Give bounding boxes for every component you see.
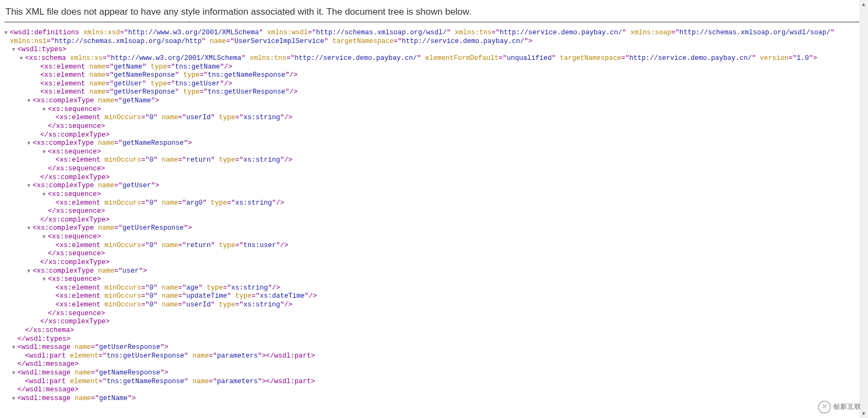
vertical-scrollbar[interactable]: ▲ ▼: [859, 0, 868, 408]
xml-tree: ▼<wsdl:definitions xmlns:xsd="http://www…: [4, 29, 864, 403]
part-getNameResponse[interactable]: <wsdl:part element="tns:getNameResponse"…: [4, 378, 864, 386]
complextype-getName-open[interactable]: ▼<xs:complexType name="getName">: [4, 97, 864, 106]
message-close: </wsdl:message>: [4, 360, 864, 369]
chevron-down-icon[interactable]: ▼: [12, 47, 17, 54]
watermark-icon: ✕: [818, 401, 831, 408]
chevron-down-icon[interactable]: ▼: [20, 56, 25, 63]
sequence-close: </xs:sequence>: [4, 250, 864, 259]
chevron-down-icon[interactable]: ▼: [12, 396, 17, 403]
element-getUserResponse[interactable]: <xs:element name="getUserResponse" type=…: [4, 88, 864, 97]
chevron-down-icon[interactable]: ▼: [42, 276, 48, 284]
sequence-open[interactable]: ▼<xs:sequence>: [4, 190, 864, 199]
types-close: </wsdl:types>: [4, 335, 864, 344]
message-close: </wsdl:message>: [4, 386, 864, 395]
chevron-down-icon[interactable]: ▼: [12, 370, 17, 377]
chevron-down-icon[interactable]: ▼: [27, 268, 33, 275]
xml-notice-message: This XML file does not appear to have an…: [4, 4, 864, 22]
sequence-open[interactable]: ▼<xs:sequence>: [4, 148, 864, 157]
scroll-up-icon[interactable]: ▲: [859, 0, 868, 9]
element-getName[interactable]: <xs:element name="getName" type="tns:get…: [4, 63, 864, 72]
complextype-user-open[interactable]: ▼<xs:complexType name="user">: [4, 267, 864, 276]
complextype-getUserResponse-open[interactable]: ▼<xs:complexType name="getUserResponse">: [4, 224, 864, 233]
chevron-down-icon[interactable]: ▼: [42, 192, 48, 199]
schema-open[interactable]: ▼<xs:schema xmlns:xs="http://www.w3.org/…: [4, 54, 864, 63]
sequence-open[interactable]: ▼<xs:sequence>: [4, 106, 864, 114]
definitions-open-line2: xmlns:ns1="http://schemas.xmlsoap.org/so…: [4, 38, 864, 46]
ct-element-updateTime[interactable]: <xs:element minOccurs="0" name="updateTi…: [4, 292, 864, 301]
element-getUser[interactable]: <xs:element name="getUser" type="tns:get…: [4, 80, 864, 89]
chevron-down-icon[interactable]: ▼: [42, 234, 48, 241]
chevron-down-icon[interactable]: ▼: [27, 225, 33, 232]
complextype-close: </xs:complexType>: [4, 216, 864, 225]
complextype-close: </xs:complexType>: [4, 131, 864, 140]
ct-element-return-user[interactable]: <xs:element minOccurs="0" name="return" …: [4, 242, 864, 250]
definitions-open[interactable]: ▼<wsdl:definitions xmlns:xsd="http://www…: [4, 29, 864, 38]
complextype-close: </xs:complexType>: [4, 259, 864, 267]
sequence-open[interactable]: ▼<xs:sequence>: [4, 233, 864, 242]
chevron-down-icon[interactable]: ▼: [27, 183, 33, 190]
sequence-close: </xs:sequence>: [4, 122, 864, 131]
complextype-close: </xs:complexType>: [4, 318, 864, 327]
ct-element-return-string[interactable]: <xs:element minOccurs="0" name="return" …: [4, 156, 864, 165]
complextype-getUser-open[interactable]: ▼<xs:complexType name="getUser">: [4, 182, 864, 190]
chevron-down-icon[interactable]: ▼: [12, 345, 17, 352]
chevron-down-icon[interactable]: ▼: [27, 140, 33, 147]
schema-close: </xs:schema>: [4, 327, 864, 335]
message-getName-open[interactable]: ▼<wsdl:message name="getName">: [4, 395, 864, 403]
chevron-down-icon[interactable]: ▼: [27, 98, 33, 105]
ct-element-userId[interactable]: <xs:element minOccurs="0" name="userId" …: [4, 114, 864, 122]
complextype-getNameResponse-open[interactable]: ▼<xs:complexType name="getNameResponse">: [4, 139, 864, 148]
types-open[interactable]: ▼<wsdl:types>: [4, 46, 864, 54]
complextype-close: </xs:complexType>: [4, 174, 864, 182]
element-getNameResponse[interactable]: <xs:element name="getNameResponse" type=…: [4, 71, 864, 80]
chevron-down-icon[interactable]: ▼: [4, 30, 10, 37]
sequence-close: </xs:sequence>: [4, 310, 864, 318]
chevron-down-icon[interactable]: ▼: [42, 149, 48, 156]
message-getUserResponse-open[interactable]: ▼<wsdl:message name="getUserResponse">: [4, 343, 864, 352]
watermark-logo: ✕创新互联: [818, 401, 861, 408]
ct-element-userId2[interactable]: <xs:element minOccurs="0" name="userId" …: [4, 301, 864, 310]
chevron-down-icon[interactable]: ▼: [42, 107, 48, 114]
ct-element-arg0[interactable]: <xs:element minOccurs="0" name="arg0" ty…: [4, 199, 864, 208]
message-getNameResponse-open[interactable]: ▼<wsdl:message name="getNameResponse">: [4, 369, 864, 378]
sequence-close: </xs:sequence>: [4, 165, 864, 174]
sequence-open[interactable]: ▼<xs:sequence>: [4, 275, 864, 284]
header-divider: [4, 22, 864, 22]
sequence-close: </xs:sequence>: [4, 207, 864, 216]
ct-element-age[interactable]: <xs:element minOccurs="0" name="age" typ…: [4, 284, 864, 293]
part-getUserResponse[interactable]: <wsdl:part element="tns:getUserResponse"…: [4, 352, 864, 361]
